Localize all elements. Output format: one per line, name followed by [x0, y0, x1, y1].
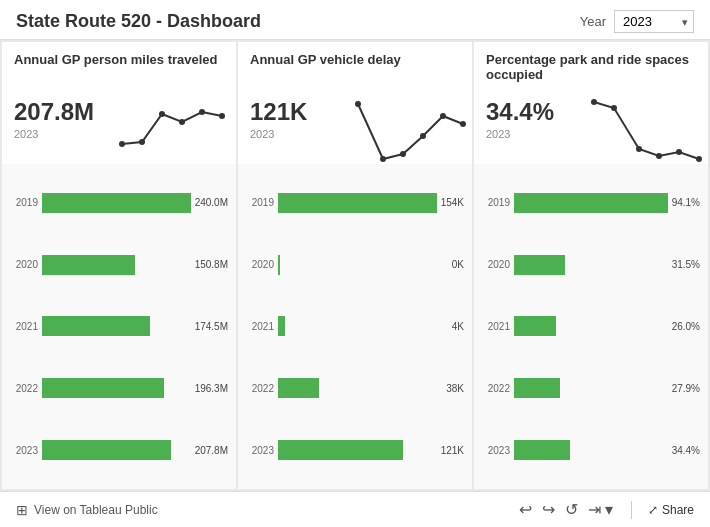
bar-row: 2023207.8M: [10, 436, 228, 464]
bar-row: 202227.9%: [482, 374, 700, 402]
bar-row: 20214K: [246, 312, 464, 340]
bar-value: 38K: [446, 383, 464, 394]
bar-year-label: 2023: [482, 445, 510, 456]
bar-value: 94.1%: [672, 197, 700, 208]
card-park-ride-header: Percentage park and ride spaces occupied: [474, 42, 708, 94]
bar-year-label: 2020: [10, 259, 38, 270]
footer-right: ↩ ↪ ↺ ⇥ ▾ ⤢ Share: [517, 500, 694, 519]
card-gp-miles-sparkline: [112, 94, 232, 159]
bar-fill: [42, 440, 171, 460]
bar-year-label: 2021: [10, 321, 38, 332]
svg-point-4: [199, 109, 205, 115]
bar-row: 202334.4%: [482, 436, 700, 464]
share-button[interactable]: ⤢ Share: [648, 503, 694, 517]
bar-value: 154K: [441, 197, 464, 208]
svg-point-1: [139, 139, 145, 145]
year-label: Year: [580, 14, 606, 29]
bar-outer: [42, 193, 191, 213]
card-vehicle-delay: Annual GP vehicle delay121K20232019154K2…: [238, 42, 472, 489]
card-vehicle-delay-year: 2023: [250, 128, 307, 140]
bar-row: 202238K: [246, 374, 464, 402]
dashboard-grid: Annual GP person miles traveled207.8M202…: [0, 40, 710, 491]
bar-fill: [278, 378, 319, 398]
bar-year-label: 2020: [482, 259, 510, 270]
bar-fill: [278, 316, 285, 336]
bar-row: 20200K: [246, 251, 464, 279]
redo-button[interactable]: ↪: [540, 500, 557, 519]
card-vehicle-delay-value: 121K: [250, 98, 307, 126]
svg-point-9: [420, 133, 426, 139]
card-vehicle-delay-sparkline: [348, 94, 468, 159]
bar-value: 31.5%: [672, 259, 700, 270]
undo-button[interactable]: ↩: [517, 500, 534, 519]
bar-value: 174.5M: [195, 321, 228, 332]
bar-fill: [514, 378, 560, 398]
card-gp-miles-value: 207.8M: [14, 98, 94, 126]
bar-year-label: 2019: [246, 197, 274, 208]
year-select-wrap[interactable]: 20192020202120222023: [614, 10, 694, 33]
card-gp-miles-year: 2023: [14, 128, 94, 140]
export-button[interactable]: ⇥ ▾: [586, 500, 615, 519]
year-select[interactable]: 20192020202120222023: [614, 10, 694, 33]
bar-value: 240.0M: [195, 197, 228, 208]
reset-button[interactable]: ↺: [563, 500, 580, 519]
footer-separator: [631, 501, 632, 519]
bar-outer: [42, 316, 191, 336]
bar-fill: [278, 440, 403, 460]
svg-point-7: [380, 156, 386, 162]
tableau-icon: ⊞: [16, 502, 28, 518]
bar-outer: [514, 255, 668, 275]
bar-row: 2020150.8M: [10, 251, 228, 279]
bar-outer: [278, 193, 437, 213]
bar-fill: [42, 193, 191, 213]
bar-fill: [278, 255, 280, 275]
svg-point-10: [440, 113, 446, 119]
tableau-link[interactable]: View on Tableau Public: [34, 503, 158, 517]
bar-outer: [278, 378, 442, 398]
share-label: Share: [662, 503, 694, 517]
bar-year-label: 2022: [482, 383, 510, 394]
footer: ⊞ View on Tableau Public ↩ ↪ ↺ ⇥ ▾ ⤢ Sha…: [0, 491, 710, 527]
card-park-ride-summary: 34.4%2023: [474, 94, 708, 164]
card-gp-miles-header: Annual GP person miles traveled: [2, 42, 236, 94]
bar-row: 201994.1%: [482, 189, 700, 217]
bar-row: 202031.5%: [482, 251, 700, 279]
bar-outer: [42, 378, 191, 398]
bar-value: 26.0%: [672, 321, 700, 332]
svg-point-2: [159, 111, 165, 117]
card-gp-miles: Annual GP person miles traveled207.8M202…: [2, 42, 236, 489]
bar-row: 2021174.5M: [10, 312, 228, 340]
bar-year-label: 2019: [10, 197, 38, 208]
svg-point-16: [676, 149, 682, 155]
svg-point-15: [656, 153, 662, 159]
bar-row: 2019240.0M: [10, 189, 228, 217]
svg-point-8: [400, 151, 406, 157]
bar-value: 0K: [452, 259, 464, 270]
bar-year-label: 2023: [246, 445, 274, 456]
card-park-ride: Percentage park and ride spaces occupied…: [474, 42, 708, 489]
card-park-ride-year: 2023: [486, 128, 554, 140]
bar-fill: [514, 255, 565, 275]
bar-outer: [278, 316, 448, 336]
svg-point-13: [611, 105, 617, 111]
bar-row: 2023121K: [246, 436, 464, 464]
bar-year-label: 2019: [482, 197, 510, 208]
bar-row: 2022196.3M: [10, 374, 228, 402]
bar-outer: [514, 378, 668, 398]
card-park-ride-value: 34.4%: [486, 98, 554, 126]
bar-fill: [278, 193, 437, 213]
bar-fill: [42, 316, 150, 336]
card-gp-miles-summary: 207.8M2023: [2, 94, 236, 164]
bar-row: 202126.0%: [482, 312, 700, 340]
bar-value: 121K: [441, 445, 464, 456]
card-vehicle-delay-summary-left: 121K2023: [250, 98, 307, 140]
svg-point-5: [219, 113, 225, 119]
bar-value: 27.9%: [672, 383, 700, 394]
bar-fill: [514, 440, 570, 460]
bar-year-label: 2022: [10, 383, 38, 394]
svg-point-11: [460, 121, 466, 127]
bar-fill: [514, 193, 668, 213]
card-park-ride-chart: 201994.1%202031.5%202126.0%202227.9%2023…: [474, 164, 708, 489]
bar-year-label: 2023: [10, 445, 38, 456]
bar-outer: [278, 255, 448, 275]
